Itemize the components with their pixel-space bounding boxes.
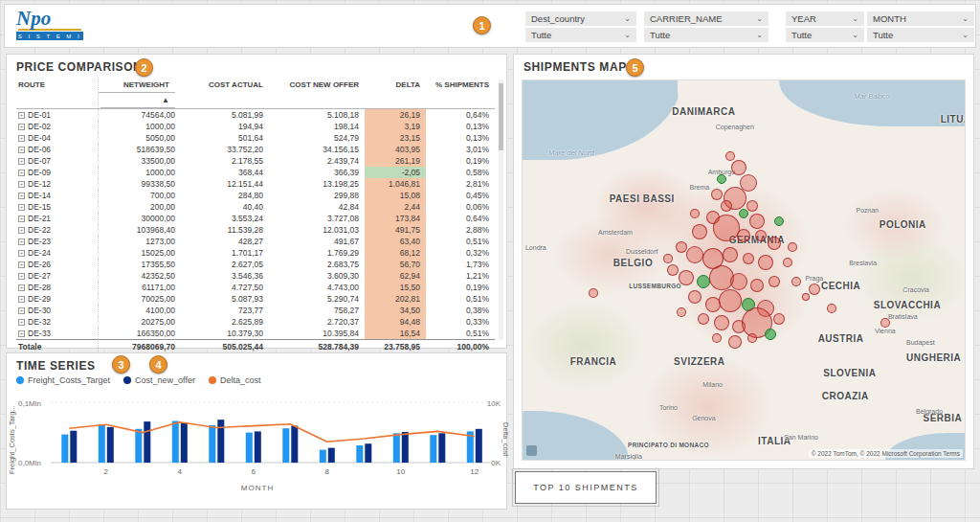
shipment-bubble[interactable]: [690, 209, 700, 218]
chevron-down-icon[interactable]: ⌄: [852, 15, 858, 23]
filter-carrier-value[interactable]: Tutte ⌄: [644, 28, 768, 42]
expand-icon[interactable]: +: [18, 147, 25, 153]
chevron-down-icon[interactable]: ⌄: [624, 32, 631, 39]
table-row[interactable]: +DE-091000,00368,44366,39-2,050,58%: [16, 167, 495, 178]
shipment-bubble[interactable]: [686, 246, 703, 263]
shipment-bubble[interactable]: [663, 254, 673, 263]
table-scrollbar[interactable]: [499, 79, 503, 340]
shipment-bubble[interactable]: [783, 258, 792, 267]
col-delta[interactable]: DELTA: [365, 78, 426, 109]
table-row[interactable]: +DE-0733500,002.178,552.439,74261,190,19…: [16, 155, 495, 167]
shipment-bubble[interactable]: [773, 313, 785, 325]
table-row[interactable]: +DE-304100,00723,77758,2734,500,38%: [16, 305, 495, 316]
shipment-bubble[interactable]: [698, 313, 709, 325]
expand-icon[interactable]: +: [18, 307, 25, 314]
shipment-bubble[interactable]: [692, 224, 707, 239]
expand-icon[interactable]: +: [18, 204, 25, 211]
expand-icon[interactable]: +: [18, 296, 25, 303]
shipment-bubble[interactable]: [714, 315, 729, 330]
expand-icon[interactable]: +: [18, 238, 25, 245]
chevron-down-icon[interactable]: ⌄: [756, 15, 763, 23]
shipment-bubble[interactable]: [768, 237, 781, 250]
expand-icon[interactable]: +: [18, 181, 25, 188]
shipment-bubble[interactable]: [743, 253, 754, 264]
expand-icon[interactable]: +: [18, 158, 25, 165]
expand-icon[interactable]: +: [18, 112, 25, 119]
filter-year-header[interactable]: YEAR ⌄: [786, 11, 864, 26]
filter-dest-country-value[interactable]: Tutte ⌄: [525, 28, 636, 42]
table-row[interactable]: +DE-045050,00501,64524,7923,150,13%: [16, 132, 495, 144]
shipment-bubble[interactable]: [721, 200, 732, 212]
col-pct-shipments[interactable]: % SHIPMENTS: [426, 78, 495, 109]
expand-icon[interactable]: +: [18, 319, 25, 326]
shipment-bubble[interactable]: [667, 264, 679, 276]
legend-item-delta-cost[interactable]: Delta_cost: [209, 375, 261, 385]
shipment-bubble[interactable]: [589, 288, 598, 298]
expand-icon[interactable]: +: [18, 273, 25, 280]
chevron-down-icon[interactable]: ⌄: [624, 15, 631, 23]
table-row[interactable]: +DE-3220275,002.625,892.720,3794,480,33%: [16, 316, 495, 328]
table-row[interactable]: +DE-2861171,004.727,504.743,0015,500,19%: [16, 282, 495, 293]
shipment-bubble[interactable]: [731, 160, 746, 175]
filter-carrier-header[interactable]: CARRIER_NAME ⌄: [644, 11, 768, 26]
col-cost-new-offer[interactable]: COST NEW OFFER: [269, 78, 365, 109]
shipment-bubble[interactable]: [711, 189, 723, 200]
legend-item-freight-costs-target[interactable]: Freight_Costs_Target: [16, 375, 110, 385]
shipment-bubble[interactable]: [749, 214, 765, 229]
shipment-bubble[interactable]: [827, 304, 836, 313]
shipment-bubble[interactable]: [677, 307, 686, 317]
filter-month-header[interactable]: MONTH ⌄: [867, 11, 974, 26]
expand-icon[interactable]: +: [18, 250, 25, 257]
shipment-bubble[interactable]: [788, 242, 797, 252]
expand-icon[interactable]: +: [18, 124, 25, 130]
shipment-bubble[interactable]: [730, 273, 747, 290]
expand-icon[interactable]: +: [18, 330, 25, 337]
top-10-shipments-button[interactable]: TOP 10 SHIPMENTS: [515, 471, 657, 504]
filter-dest-country-header[interactable]: Dest_country ⌄: [525, 11, 636, 26]
filter-month-value[interactable]: Tutte ⌄: [867, 28, 974, 42]
chevron-down-icon[interactable]: ⌄: [852, 32, 858, 39]
shipment-bubble[interactable]: [717, 174, 726, 184]
table-row[interactable]: +DE-1299338,5012.151,4413.198,251.046,81…: [16, 178, 495, 190]
expand-icon[interactable]: +: [18, 193, 25, 199]
table-row[interactable]: +DE-021000,00194,94198,143,190,13%: [16, 121, 495, 132]
time-series-plot[interactable]: 24681012: [51, 401, 493, 478]
shipment-bubble[interactable]: [719, 289, 742, 312]
chevron-down-icon[interactable]: ⌄: [962, 32, 969, 39]
shipment-bubble[interactable]: [791, 277, 801, 286]
table-row[interactable]: +DE-2415025,001.701,171.769,2968,120,32%: [16, 247, 495, 259]
shipment-bubble[interactable]: [725, 151, 735, 161]
chevron-down-icon[interactable]: ⌄: [756, 32, 763, 39]
legend-item-cost-new-offer[interactable]: Cost_new_offer: [123, 375, 195, 385]
scrollbar-thumb[interactable]: [499, 83, 503, 150]
table-row[interactable]: +DE-14700,00284,80299,8815,080,45%: [16, 190, 495, 201]
shipment-bubble[interactable]: [802, 293, 810, 301]
expand-icon[interactable]: +: [18, 216, 25, 222]
table-row[interactable]: +DE-2970025,005.087,935.290,74202,810,51…: [16, 293, 495, 305]
shipment-bubble[interactable]: [809, 284, 820, 295]
shipment-bubble[interactable]: [739, 209, 748, 218]
table-row[interactable]: +DE-0174564,005.081,995.108,1826,190,64%: [16, 109, 495, 121]
shipment-bubble[interactable]: [737, 229, 750, 242]
shipment-bubble[interactable]: [768, 276, 780, 287]
expand-icon[interactable]: +: [18, 284, 25, 291]
expand-icon[interactable]: +: [18, 170, 25, 176]
expand-icon[interactable]: +: [18, 261, 25, 268]
shipment-bubble[interactable]: [723, 247, 738, 262]
expand-icon[interactable]: +: [18, 135, 25, 142]
shipment-bubble[interactable]: [774, 216, 784, 226]
chevron-down-icon[interactable]: ⌄: [962, 15, 969, 23]
shipment-bubble[interactable]: [746, 200, 758, 212]
shipment-bubble[interactable]: [880, 318, 890, 328]
shipment-bubble[interactable]: [679, 270, 694, 285]
shipment-bubble[interactable]: [728, 335, 742, 349]
filter-year-value[interactable]: Tutte ⌄: [786, 28, 864, 42]
table-row[interactable]: +DE-06518639,5033.752,2034.156,15403,953…: [16, 144, 495, 155]
shipment-bubble[interactable]: [676, 241, 687, 253]
col-route[interactable]: ROUTE: [16, 78, 99, 109]
table-row[interactable]: +DE-2742352,503.546,363.609,3062,941,21%: [16, 270, 495, 282]
map-attribution[interactable]: © 2022 TomTom, © 2022 Microsoft Corporat…: [809, 449, 963, 458]
shipment-bubble[interactable]: [712, 333, 722, 343]
col-netweight[interactable]: NETWEIGHT▲: [99, 78, 181, 109]
shipment-bubble[interactable]: [750, 279, 764, 292]
